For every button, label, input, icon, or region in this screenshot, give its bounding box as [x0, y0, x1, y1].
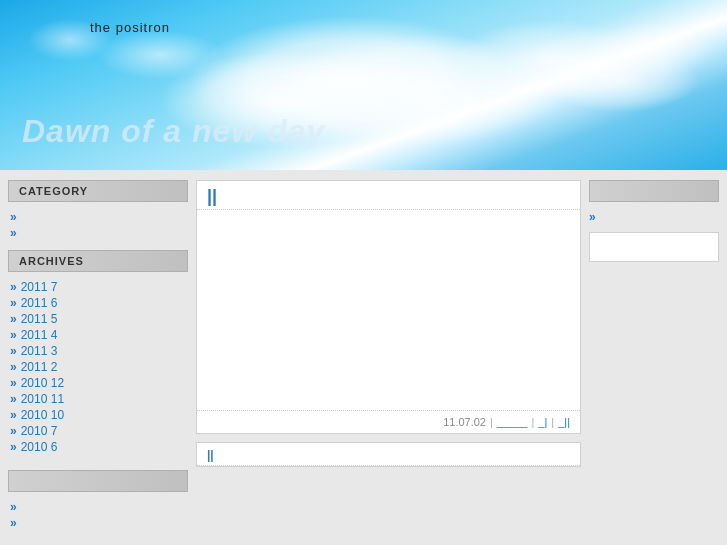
footer-sep-1: | — [490, 416, 493, 428]
archive-label: 2010 10 — [21, 408, 64, 422]
post-header-1: || — [197, 181, 580, 210]
archive-label: 2011 2 — [21, 360, 58, 374]
chevron-icon-2: » — [10, 226, 17, 240]
chevron-icon: » — [10, 440, 17, 454]
post-title-icon-2: || — [207, 449, 214, 461]
archive-label: 2010 11 — [21, 392, 64, 406]
chevron-icon-bottom-2: » — [10, 516, 17, 530]
archive-link-2010-6[interactable]: » 2010 6 — [10, 440, 188, 454]
archive-links: » 2011 7 » 2011 6 » 2011 5 » 2011 4 » 20… — [8, 278, 188, 458]
post-header-2: || — [197, 443, 580, 466]
chevron-icon-1: » — [10, 210, 17, 224]
archive-link-2011-3[interactable]: » 2011 3 — [10, 344, 188, 358]
chevron-icon: » — [10, 408, 17, 422]
chevron-icon: » — [10, 376, 17, 390]
site-title: the positron — [90, 20, 170, 35]
post-body-1 — [197, 210, 580, 410]
chevron-icon: » — [10, 280, 17, 294]
post-date: 11.07.02 — [443, 416, 486, 428]
archive-label: 2011 7 — [21, 280, 58, 294]
sidebar-bottom-link-2[interactable]: » — [10, 516, 188, 530]
site-header: the positron Dawn of a new day — [0, 0, 727, 170]
header-tagline: Dawn of a new day — [22, 113, 325, 150]
footer-sep-2: | — [531, 416, 534, 428]
category-links: » » — [8, 208, 188, 244]
category-header: CATEGORY — [8, 180, 188, 202]
footer-link-3[interactable]: _|| — [558, 416, 570, 428]
archive-label: 2010 12 — [21, 376, 64, 390]
archive-label: 2011 5 — [21, 312, 58, 326]
archive-link-2011-2[interactable]: » 2011 2 — [10, 360, 188, 374]
chevron-icon-bottom-1: » — [10, 500, 17, 514]
archive-link-2011-5[interactable]: » 2011 5 — [10, 312, 188, 326]
right-post-card — [589, 232, 719, 262]
post-title-bar-2: || — [207, 449, 214, 461]
archive-link-2010-10[interactable]: » 2010 10 — [10, 408, 188, 422]
right-bar-top — [589, 180, 719, 202]
chevron-icon: » — [10, 296, 17, 310]
archive-label: 2011 4 — [21, 328, 58, 342]
left-sidebar: CATEGORY » » ARCHIVES » 2011 7 » 2011 6 … — [8, 180, 188, 534]
archive-label: 2010 7 — [21, 424, 58, 438]
archive-link-2010-11[interactable]: » 2010 11 — [10, 392, 188, 406]
chevron-icon: » — [10, 328, 17, 342]
main-content: || 11.07.02 | _____ | _| | _|| || — [196, 180, 581, 534]
archive-link-2011-7[interactable]: » 2011 7 — [10, 280, 188, 294]
archive-label: 2011 3 — [21, 344, 58, 358]
category-link-2[interactable]: » — [10, 226, 188, 240]
sidebar-bottom-link-1[interactable]: » — [10, 500, 188, 514]
post-title-bar-1: || — [207, 187, 217, 205]
post-card-1: || 11.07.02 | _____ | _| | _|| — [196, 180, 581, 434]
sidebar-extra-bar — [8, 470, 188, 492]
post-title-icon-1: || — [207, 187, 217, 205]
right-chevron-icon: » — [589, 210, 596, 224]
chevron-icon: » — [10, 360, 17, 374]
category-link-1[interactable]: » — [10, 210, 188, 224]
chevron-icon: » — [10, 392, 17, 406]
sidebar-bottom-links: » » — [8, 498, 188, 534]
archive-link-2011-6[interactable]: » 2011 6 — [10, 296, 188, 310]
footer-link-1[interactable]: _____ — [497, 416, 528, 428]
archive-label: 2011 6 — [21, 296, 58, 310]
post-footer-1: 11.07.02 | _____ | _| | _|| — [197, 410, 580, 433]
chevron-icon: » — [10, 344, 17, 358]
archive-link-2010-12[interactable]: » 2010 12 — [10, 376, 188, 390]
archives-header: ARCHIVES — [8, 250, 188, 272]
chevron-icon: » — [10, 312, 17, 326]
right-sidebar-link[interactable]: » — [589, 208, 719, 226]
footer-link-2[interactable]: _| — [538, 416, 547, 428]
right-sidebar: » — [589, 180, 719, 534]
footer-sep-3: | — [551, 416, 554, 428]
archive-link-2011-4[interactable]: » 2011 4 — [10, 328, 188, 342]
archive-label: 2010 6 — [21, 440, 58, 454]
post-card-2: || — [196, 442, 581, 467]
chevron-icon: » — [10, 424, 17, 438]
archive-link-2010-7[interactable]: » 2010 7 — [10, 424, 188, 438]
main-layout: CATEGORY » » ARCHIVES » 2011 7 » 2011 6 … — [0, 170, 727, 544]
